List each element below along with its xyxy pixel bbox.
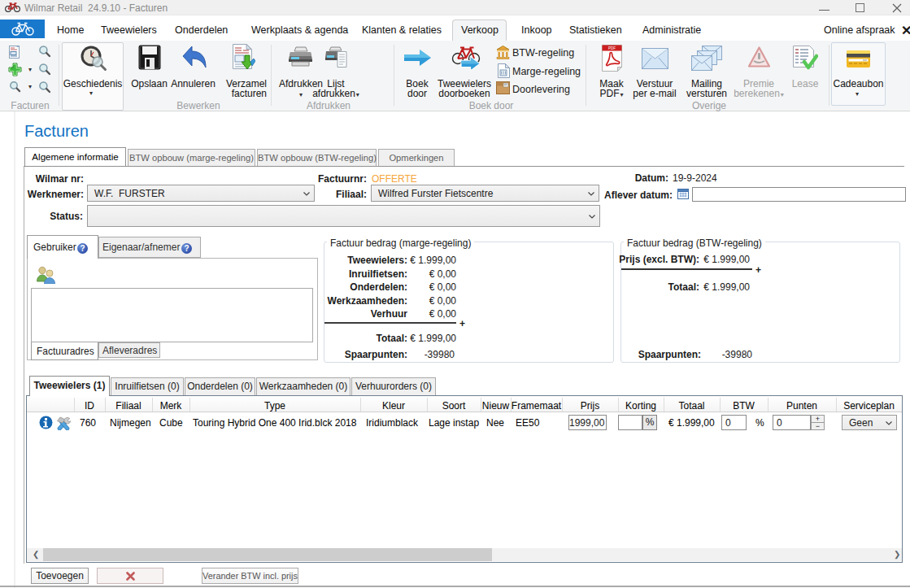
svg-text:PDF: PDF — [608, 46, 616, 50]
